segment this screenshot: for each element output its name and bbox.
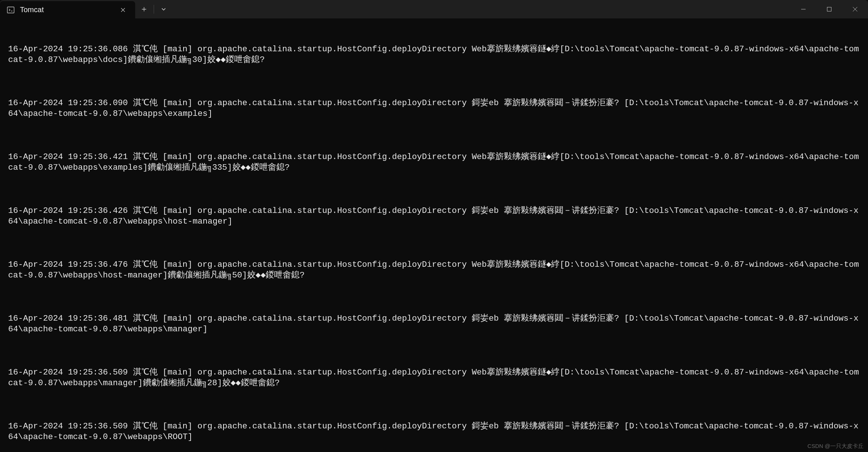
terminal-window: Tomcat 16-Apr-	[0, 0, 868, 452]
titlebar-drag-region[interactable]	[172, 0, 790, 18]
tab-close-button[interactable]	[117, 4, 129, 15]
svg-rect-0	[7, 7, 14, 13]
tab-title: Tomcat	[20, 6, 112, 14]
log-line: 16-Apr-2024 19:25:36.481 淇℃伅 [main] org.…	[8, 313, 860, 335]
close-window-button[interactable]	[842, 0, 868, 18]
minimize-button[interactable]	[790, 0, 816, 18]
window-controls	[790, 0, 868, 18]
log-line: 16-Apr-2024 19:25:36.090 淇℃伅 [main] org.…	[8, 98, 860, 120]
maximize-button[interactable]	[816, 0, 842, 18]
watermark: CSDN @一只大皮卡丘	[807, 443, 864, 450]
log-line: 16-Apr-2024 19:25:36.509 淇℃伅 [main] org.…	[8, 367, 860, 389]
divider	[154, 5, 154, 14]
title-bar: Tomcat	[0, 0, 868, 18]
tab-dropdown-button[interactable]	[155, 0, 172, 18]
terminal-icon	[7, 6, 15, 14]
new-tab-button[interactable]	[135, 0, 153, 18]
log-line: 16-Apr-2024 19:25:36.421 淇℃伅 [main] org.…	[8, 152, 860, 173]
tabbar-actions	[135, 0, 172, 18]
svg-rect-1	[827, 7, 831, 11]
log-line: 16-Apr-2024 19:25:36.509 淇℃伅 [main] org.…	[8, 421, 860, 443]
tab-tomcat[interactable]: Tomcat	[0, 1, 135, 18]
terminal-output[interactable]: 16-Apr-2024 19:25:36.086 淇℃伅 [main] org.…	[0, 18, 868, 452]
log-line: 16-Apr-2024 19:25:36.426 淇℃伅 [main] org.…	[8, 206, 860, 227]
log-line: 16-Apr-2024 19:25:36.086 淇℃伅 [main] org.…	[8, 44, 860, 66]
log-line: 16-Apr-2024 19:25:36.476 淇℃伅 [main] org.…	[8, 259, 860, 281]
